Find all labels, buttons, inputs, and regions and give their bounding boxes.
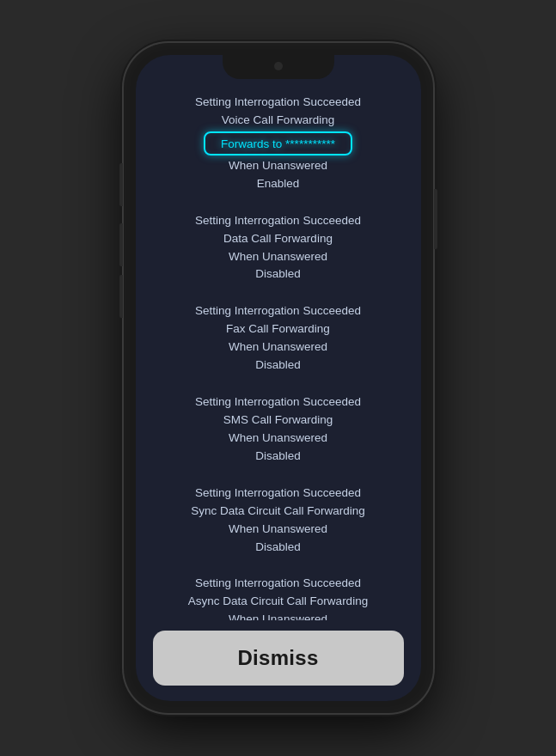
group-fax-line-1: Fax Call Forwarding: [153, 320, 404, 338]
group-fax-line-0: Setting Interrogation Succeeded: [153, 302, 404, 320]
entry-group-fax: Setting Interrogation SucceededFax Call …: [153, 302, 404, 375]
screen-content: Setting Interrogation SucceededVoice Cal…: [136, 55, 421, 701]
group-data-line-3: Disabled: [153, 265, 404, 284]
group-sync-line-0: Setting Interrogation Succeeded: [153, 485, 404, 503]
group-async-line-0: Setting Interrogation Succeeded: [153, 575, 404, 593]
group-fax-line-3: Disabled: [153, 357, 404, 375]
entry-group-voice: Setting Interrogation SucceededVoice Cal…: [153, 94, 404, 193]
entry-group-sync: Setting Interrogation SucceededSync Data…: [153, 485, 404, 557]
entry-group-data: Setting Interrogation SucceededData Call…: [153, 212, 404, 284]
group-sms-line-2: When Unanswered: [153, 430, 404, 448]
group-sms-line-1: SMS Call Forwarding: [153, 412, 404, 430]
group-sms-line-0: Setting Interrogation Succeeded: [153, 393, 404, 412]
group-async-line-1: Async Data Circuit Call Forwarding: [153, 593, 404, 611]
scroll-area: Setting Interrogation SucceededVoice Cal…: [136, 85, 421, 620]
group-sync-line-2: When Unanswered: [153, 521, 404, 539]
group-sync-line-1: Sync Data Circuit Call Forwarding: [153, 503, 404, 521]
group-voice-line-1: Voice Call Forwarding: [153, 112, 404, 130]
notch: [223, 55, 334, 79]
phone-screen: Setting Interrogation SucceededVoice Cal…: [136, 55, 421, 701]
camera-dot: [274, 62, 283, 70]
highlight-box-voice: Forwards to ***********: [204, 131, 352, 155]
group-data-line-0: Setting Interrogation Succeeded: [153, 212, 404, 230]
group-voice-extra: Enabled: [153, 175, 404, 193]
group-fax-line-2: When Unanswered: [153, 338, 404, 357]
group-data-line-2: When Unanswered: [153, 248, 404, 266]
group-voice-line-2: When Unanswered: [153, 157, 404, 175]
group-voice-line-0: Setting Interrogation Succeeded: [153, 94, 404, 112]
entry-group-async: Setting Interrogation SucceededAsync Dat…: [153, 575, 404, 620]
dismiss-button[interactable]: Dismiss: [153, 631, 404, 686]
group-async-line-2: When Unanswered: [153, 611, 404, 620]
highlight-text-voice: Forwards to ***********: [221, 137, 335, 150]
group-sync-line-3: Disabled: [153, 539, 404, 557]
phone-frame: Setting Interrogation SucceededVoice Cal…: [124, 43, 433, 713]
group-data-line-1: Data Call Forwarding: [153, 230, 404, 248]
group-sms-line-3: Disabled: [153, 448, 404, 466]
entry-group-sms: Setting Interrogation SucceededSMS Call …: [153, 393, 404, 466]
dismiss-bar: Dismiss: [136, 620, 421, 701]
